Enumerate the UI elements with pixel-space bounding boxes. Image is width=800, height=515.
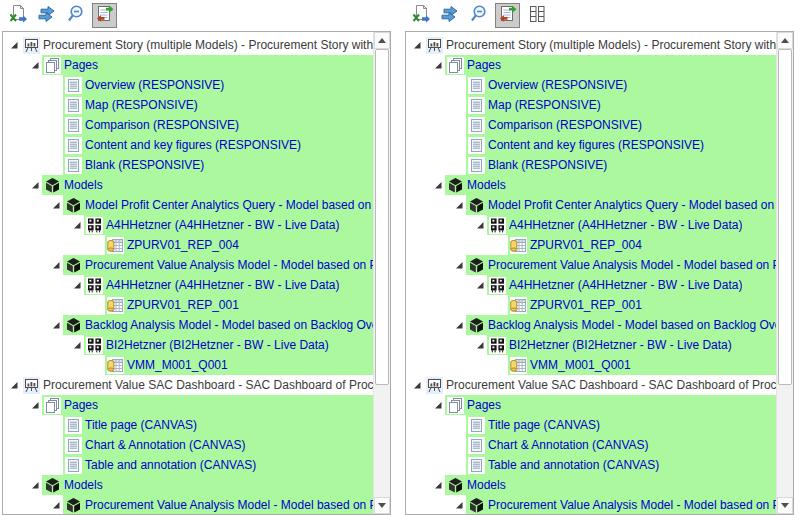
scroll-down-button[interactable]: [374, 497, 390, 514]
tree-row[interactable]: Procurement Value SAC Dashboard - SAC Da…: [3, 375, 373, 395]
expander-icon[interactable]: [432, 55, 445, 75]
tree-row[interactable]: Procurement Story (multiple Models) - Pr…: [406, 35, 776, 55]
scroll-up-button[interactable]: [374, 32, 390, 49]
transfer-button[interactable]: [437, 3, 462, 28]
expander-icon[interactable]: [50, 315, 63, 335]
tree-row[interactable]: Pages: [3, 395, 373, 415]
tree-row[interactable]: Overview (RESPONSIVE): [406, 75, 776, 95]
tree-row[interactable]: Overview (RESPONSIVE): [3, 75, 373, 95]
tree-row[interactable]: Pages: [3, 55, 373, 75]
expander-icon[interactable]: [29, 55, 42, 75]
tree-row[interactable]: ZPURV01_REP_004: [3, 235, 373, 255]
tree-row[interactable]: Map (RESPONSIVE): [406, 95, 776, 115]
tree-row[interactable]: Blank (RESPONSIVE): [3, 155, 373, 175]
expander-icon[interactable]: [29, 475, 42, 495]
tree-row[interactable]: Title page (CANVAS): [406, 415, 776, 435]
expander-icon[interactable]: [71, 215, 84, 235]
expander-icon[interactable]: [432, 395, 445, 415]
tree-row[interactable]: A4HHetzner (A4HHetzner - BW - Live Data): [406, 215, 776, 235]
tree-row[interactable]: Models: [406, 175, 776, 195]
tree-row[interactable]: Pages: [406, 55, 776, 75]
tree-row[interactable]: A4HHetzner (A4HHetzner - BW - Live Data): [3, 275, 373, 295]
tree-row[interactable]: Content and key figures (RESPONSIVE): [3, 135, 373, 155]
tree-row[interactable]: Chart & Annotation (CANVAS): [3, 435, 373, 455]
transfer-button[interactable]: [34, 3, 59, 28]
indent-spacer: [3, 215, 71, 235]
tree-row[interactable]: Chart & Annotation (CANVAS): [406, 435, 776, 455]
zoom-out-button[interactable]: [466, 3, 491, 28]
expander-icon[interactable]: [453, 255, 466, 275]
tree-row[interactable]: Models: [3, 475, 373, 495]
expander-icon[interactable]: [8, 35, 21, 55]
tree-row[interactable]: Model Profit Center Analytics Query - Mo…: [406, 195, 776, 215]
expander-placeholder: [50, 455, 63, 475]
tree-row[interactable]: Model Profit Center Analytics Query - Mo…: [3, 195, 373, 215]
tree-row[interactable]: Map (RESPONSIVE): [3, 95, 373, 115]
tree-row-label: Map (RESPONSIVE): [488, 98, 601, 112]
tree-row[interactable]: Procurement Value Analysis Model - Model…: [3, 495, 373, 514]
scroll-down-button[interactable]: [777, 497, 793, 514]
tree-row[interactable]: Title page (CANVAS): [3, 415, 373, 435]
tree-row[interactable]: VMM_M001_Q001: [3, 355, 373, 375]
compare-documents-button[interactable]: [495, 3, 520, 28]
expander-icon[interactable]: [29, 395, 42, 415]
tree-row[interactable]: Procurement Value Analysis Model - Model…: [406, 255, 776, 275]
tree-row[interactable]: Models: [406, 475, 776, 495]
expander-placeholder: [92, 295, 105, 315]
tree-row-label: Title page (CANVAS): [488, 418, 600, 432]
expander-icon[interactable]: [474, 275, 487, 295]
tree-row[interactable]: Backlog Analysis Model - Model based on …: [3, 315, 373, 335]
scroll-up-button[interactable]: [777, 32, 793, 49]
expander-icon[interactable]: [29, 175, 42, 195]
tree-row[interactable]: BI2Hetzner (BI2Hetzner - BW - Live Data): [406, 335, 776, 355]
expander-icon[interactable]: [71, 275, 84, 295]
tree-row[interactable]: ZPURV01_REP_001: [3, 295, 373, 315]
right-scrollbar[interactable]: [776, 32, 793, 514]
tree-row[interactable]: A4HHetzner (A4HHetzner - BW - Live Data): [3, 215, 373, 235]
expander-icon[interactable]: [453, 495, 466, 514]
expander-icon[interactable]: [474, 215, 487, 235]
tree-row[interactable]: BI2Hetzner (BI2Hetzner - BW - Live Data): [3, 335, 373, 355]
expander-icon[interactable]: [50, 495, 63, 514]
tree-row[interactable]: Comparison (RESPONSIVE): [406, 115, 776, 135]
tree-row[interactable]: ZPURV01_REP_001: [406, 295, 776, 315]
left-scrollbar[interactable]: [373, 32, 390, 514]
expander-icon[interactable]: [411, 35, 424, 55]
expander-icon[interactable]: [411, 375, 424, 395]
expander-icon[interactable]: [474, 335, 487, 355]
expander-icon[interactable]: [432, 475, 445, 495]
export-excel-button[interactable]: [5, 3, 30, 28]
indent-spacer: [406, 355, 495, 375]
tree-row[interactable]: Procurement Value Analysis Model - Model…: [406, 495, 776, 514]
expander-icon[interactable]: [50, 195, 63, 215]
tree-row[interactable]: A4HHetzner (A4HHetzner - BW - Live Data): [406, 275, 776, 295]
tree-row[interactable]: Content and key figures (RESPONSIVE): [406, 135, 776, 155]
tree-row[interactable]: Comparison (RESPONSIVE): [3, 115, 373, 135]
scrollbar-thumb[interactable]: [375, 49, 389, 385]
scrollbar-thumb[interactable]: [778, 49, 792, 385]
tree-row[interactable]: Procurement Value SAC Dashboard - SAC Da…: [406, 375, 776, 395]
tree-row[interactable]: Models: [3, 175, 373, 195]
row-content: Procurement Value SAC Dashboard - SAC Da…: [21, 375, 373, 395]
tree-row-label: ZPURV01_REP_001: [127, 298, 239, 312]
expander-icon[interactable]: [453, 315, 466, 335]
compare-documents-button[interactable]: [92, 3, 117, 28]
tree-row[interactable]: Procurement Story (multiple Models) - Pr…: [3, 35, 373, 55]
split-view-button[interactable]: [524, 3, 549, 28]
export-excel-button[interactable]: [408, 3, 433, 28]
expander-icon[interactable]: [453, 195, 466, 215]
tree-row[interactable]: Pages: [406, 395, 776, 415]
tree-row[interactable]: ZPURV01_REP_004: [406, 235, 776, 255]
expander-icon[interactable]: [432, 175, 445, 195]
tree-row[interactable]: Backlog Analysis Model - Model based on …: [406, 315, 776, 335]
expander-icon[interactable]: [8, 375, 21, 395]
row-content: BI2Hetzner (BI2Hetzner - BW - Live Data): [487, 335, 776, 355]
zoom-out-button[interactable]: [63, 3, 88, 28]
expander-icon[interactable]: [71, 335, 84, 355]
tree-row[interactable]: VMM_M001_Q001: [406, 355, 776, 375]
tree-row[interactable]: Procurement Value Analysis Model - Model…: [3, 255, 373, 275]
expander-icon[interactable]: [50, 255, 63, 275]
tree-row[interactable]: Blank (RESPONSIVE): [406, 155, 776, 175]
tree-row[interactable]: Table and annotation (CANVAS): [406, 455, 776, 475]
tree-row[interactable]: Table and annotation (CANVAS): [3, 455, 373, 475]
